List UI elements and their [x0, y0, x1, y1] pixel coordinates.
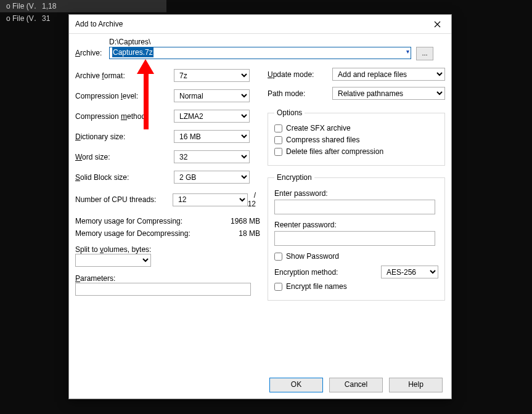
- method-select[interactable]: LZMA2: [174, 110, 250, 123]
- browse-button[interactable]: ...: [416, 47, 433, 60]
- format-label: Archive format:: [75, 71, 174, 80]
- show-password-checkbox[interactable]: Show Password: [274, 252, 438, 261]
- reenter-password-label: Reenter password:: [274, 221, 438, 229]
- delete-checkbox[interactable]: Delete files after compression: [274, 147, 438, 156]
- level-select[interactable]: Normal: [174, 89, 250, 102]
- pathmode-select[interactable]: Relative pathnames: [332, 87, 445, 100]
- close-icon: [434, 21, 441, 28]
- split-select[interactable]: [75, 254, 151, 267]
- mem-compress-label: Memory usage for Compressing:: [75, 217, 217, 225]
- options-group: Options Create SFX archive Compress shar…: [268, 108, 445, 166]
- params-label: Parameters:: [75, 274, 260, 283]
- dialog-title: Add to Archive: [75, 20, 423, 28]
- split-label: Split to volumes, bytes:: [75, 245, 260, 254]
- mem-decompress-value: 18 MB: [217, 229, 260, 238]
- solid-select[interactable]: 2 GB: [174, 171, 250, 184]
- level-label: Compression level:: [75, 92, 174, 100]
- dict-select[interactable]: 16 MB: [174, 130, 250, 143]
- options-legend: Options: [274, 108, 305, 117]
- shared-checkbox[interactable]: Compress shared files: [274, 136, 438, 144]
- mem-compress-value: 1968 MB: [217, 217, 260, 225]
- encryption-group: Encryption Enter password: Reenter passw…: [268, 173, 445, 301]
- word-select[interactable]: 32: [174, 150, 250, 163]
- word-label: Word size:: [75, 153, 174, 161]
- pathmode-label: Path mode:: [268, 89, 332, 98]
- dict-label: Dictionary size:: [75, 132, 174, 141]
- dialog-footer: OK Cancel Help: [69, 378, 451, 392]
- encrypt-names-checkbox[interactable]: Encrypt file names: [274, 282, 438, 291]
- help-button[interactable]: Help: [389, 378, 443, 392]
- titlebar: Add to Archive: [69, 15, 451, 34]
- encryption-legend: Encryption: [274, 173, 314, 182]
- params-input[interactable]: [75, 283, 251, 296]
- update-label: Update mode:: [268, 70, 332, 79]
- add-to-archive-dialog: Add to Archive Archive: D:\Captures\ Cap…: [68, 14, 452, 399]
- ok-button[interactable]: OK: [269, 378, 323, 392]
- archive-label: Archive:: [75, 49, 109, 57]
- threads-total: / 12: [248, 191, 260, 208]
- method-label: Compression method:: [75, 112, 174, 121]
- close-button[interactable]: [423, 15, 451, 33]
- format-select[interactable]: 7z: [174, 69, 250, 82]
- bg-file-row: o File (V…1,18: [0, 0, 166, 12]
- cancel-button[interactable]: Cancel: [329, 378, 383, 392]
- archive-filename-input[interactable]: Captures.7z ▾: [109, 47, 411, 59]
- threads-select[interactable]: 12: [173, 193, 248, 206]
- enter-password-input[interactable]: [274, 200, 435, 214]
- update-select[interactable]: Add and replace files: [332, 68, 445, 81]
- reenter-password-input[interactable]: [274, 231, 435, 246]
- threads-label: Number of CPU threads:: [75, 195, 173, 204]
- enter-password-label: Enter password:: [274, 189, 438, 198]
- sfx-checkbox[interactable]: Create SFX archive: [274, 124, 438, 132]
- solid-label: Solid Block size:: [75, 173, 174, 182]
- chevron-down-icon: ▾: [406, 48, 409, 55]
- mem-decompress-label: Memory usage for Decompressing:: [75, 229, 217, 238]
- enc-method-label: Encryption method:: [274, 268, 381, 277]
- enc-method-select[interactable]: AES-256: [381, 266, 438, 278]
- archive-path: D:\Captures\: [109, 38, 445, 46]
